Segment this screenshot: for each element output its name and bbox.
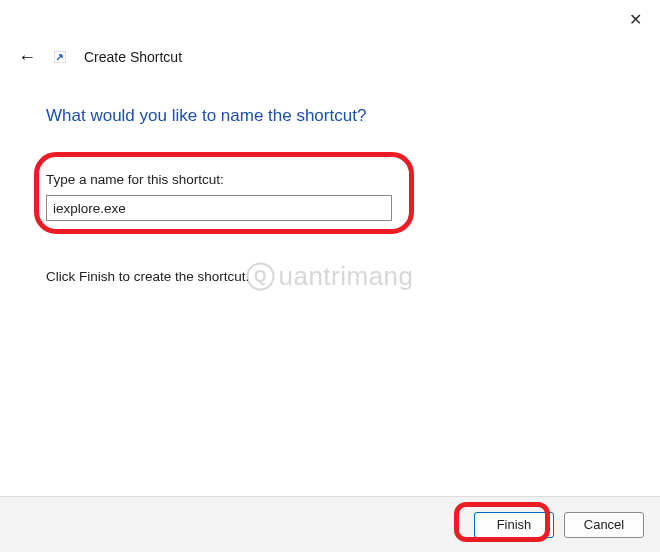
page-heading: What would you like to name the shortcut… [46,106,630,126]
cancel-button[interactable]: Cancel [564,512,644,538]
finish-button[interactable]: Finish [474,512,554,538]
back-arrow-icon[interactable]: ← [18,48,36,66]
create-shortcut-wizard: ✕ ← Create Shortcut What would you like … [0,0,660,552]
finish-hint: Click Finish to create the shortcut. [46,269,630,284]
shortcut-name-input[interactable] [46,195,392,221]
shortcut-overlay-icon [54,51,66,63]
close-icon[interactable]: ✕ [629,10,642,29]
name-label: Type a name for this shortcut: [46,172,630,187]
wizard-content: What would you like to name the shortcut… [46,106,630,284]
wizard-footer: Finish Cancel [0,496,660,552]
wizard-title: Create Shortcut [84,49,182,65]
wizard-header: ← Create Shortcut [18,48,182,66]
